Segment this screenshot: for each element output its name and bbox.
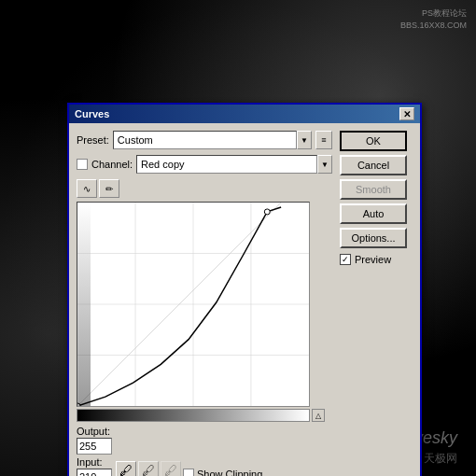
- output-label: Output:: [77, 426, 112, 437]
- left-panel: Preset: Custom ▼ ≡ Channel: Red copy ▼ ∿: [77, 131, 332, 476]
- gradient-small-icon[interactable]: △: [312, 409, 325, 422]
- preview-row: ✓ Preview: [340, 254, 413, 265]
- channel-checkbox[interactable]: [77, 159, 88, 170]
- input-label: Input:: [77, 456, 112, 468]
- show-clipping-checkbox[interactable]: [183, 469, 194, 477]
- gradient-bar-container: △: [77, 409, 332, 422]
- preview-label: Preview: [355, 254, 391, 265]
- watermark: PS教程论坛 BBS.16XX8.COM: [400, 7, 467, 31]
- close-button[interactable]: ✕: [399, 107, 414, 120]
- ok-button[interactable]: OK: [340, 131, 407, 151]
- curves-dialog: Curves ✕ Preset: Custom ▼ ≡ Channel: Red…: [67, 103, 422, 476]
- tools-row: ∿ ✏: [77, 179, 332, 198]
- watermark-line2: BBS.16XX8.COM: [400, 20, 467, 32]
- gradient-bar: [77, 409, 310, 422]
- watermark-cn: 天极网: [424, 451, 457, 467]
- preview-checkbox[interactable]: ✓: [340, 254, 351, 265]
- preset-icon-button[interactable]: ≡: [315, 131, 332, 149]
- dialog-title: Curves: [75, 108, 109, 119]
- curves-svg: [77, 203, 309, 406]
- preset-value: Custom: [113, 131, 297, 149]
- channel-value: Red copy: [136, 155, 317, 174]
- preset-row: Preset: Custom ▼ ≡: [77, 131, 332, 149]
- pencil-tool-button[interactable]: ✏: [99, 179, 119, 198]
- dialog-body: Preset: Custom ▼ ≡ Channel: Red copy ▼ ∿: [69, 123, 420, 476]
- svg-rect-9: [77, 203, 91, 406]
- options-button[interactable]: Options...: [340, 228, 407, 248]
- input-group: Input:: [77, 456, 112, 476]
- output-section: Output:: [77, 426, 332, 455]
- channel-select-wrapper[interactable]: Red copy ▼: [136, 155, 332, 174]
- curve-tool-button[interactable]: ∿: [77, 179, 97, 198]
- watermark-line1: PS教程论坛: [400, 7, 467, 20]
- preset-label: Preset:: [77, 134, 109, 146]
- show-clipping-container: Show Clipping: [183, 469, 262, 477]
- show-clipping-label: Show Clipping: [197, 469, 262, 477]
- auto-button[interactable]: Auto: [340, 203, 407, 224]
- svg-point-8: [264, 209, 270, 215]
- right-panel: OK Cancel Smooth Auto Options... ✓ Previ…: [340, 131, 413, 476]
- preset-dropdown-arrow[interactable]: ▼: [297, 131, 312, 149]
- channel-dropdown-arrow[interactable]: ▼: [317, 155, 332, 174]
- smooth-button[interactable]: Smooth: [340, 179, 407, 200]
- output-group: Output:: [77, 426, 112, 455]
- title-bar: Curves ✕: [69, 105, 420, 123]
- black-eyedropper-button[interactable]: 🖋: [116, 461, 136, 477]
- input-field[interactable]: [77, 469, 112, 476]
- preset-select-wrapper[interactable]: Custom ▼: [113, 131, 312, 149]
- cancel-button[interactable]: Cancel: [340, 155, 407, 175]
- curves-canvas-area[interactable]: [77, 202, 310, 407]
- channel-row: Channel: Red copy ▼: [77, 155, 332, 174]
- input-row: Input: 🖋 🖋 🖋 Show Clipping: [77, 456, 332, 476]
- output-field[interactable]: [77, 438, 112, 455]
- gray-eyedropper-button[interactable]: 🖋: [138, 461, 159, 477]
- white-eyedropper-button[interactable]: 🖋: [161, 461, 181, 477]
- channel-label: Channel:: [91, 159, 133, 170]
